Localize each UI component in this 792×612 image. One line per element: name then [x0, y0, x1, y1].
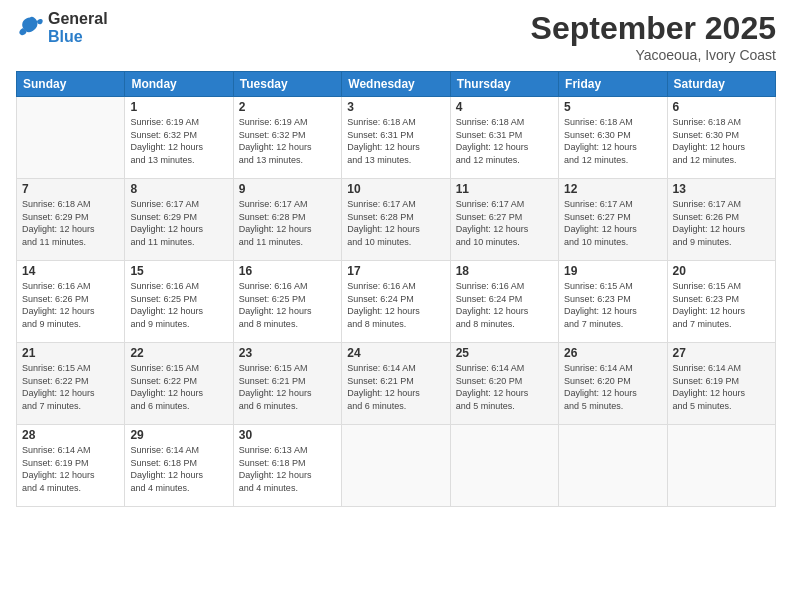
day-number: 18 [456, 264, 553, 278]
day-of-week-header: Friday [559, 72, 667, 97]
calendar-cell: 29Sunrise: 6:14 AMSunset: 6:18 PMDayligh… [125, 425, 233, 507]
day-info: Sunrise: 6:15 AMSunset: 6:22 PMDaylight:… [22, 362, 119, 412]
day-number: 14 [22, 264, 119, 278]
day-number: 17 [347, 264, 444, 278]
calendar-cell: 17Sunrise: 6:16 AMSunset: 6:24 PMDayligh… [342, 261, 450, 343]
day-of-week-header: Thursday [450, 72, 558, 97]
day-info: Sunrise: 6:18 AMSunset: 6:30 PMDaylight:… [564, 116, 661, 166]
day-number: 4 [456, 100, 553, 114]
calendar-cell: 24Sunrise: 6:14 AMSunset: 6:21 PMDayligh… [342, 343, 450, 425]
calendar-week-row: 28Sunrise: 6:14 AMSunset: 6:19 PMDayligh… [17, 425, 776, 507]
logo-general: General [48, 10, 108, 28]
calendar-cell: 13Sunrise: 6:17 AMSunset: 6:26 PMDayligh… [667, 179, 775, 261]
header: General Blue September 2025 Yacoeoua, Iv… [16, 10, 776, 63]
day-number: 26 [564, 346, 661, 360]
logo: General Blue [16, 10, 108, 45]
day-number: 23 [239, 346, 336, 360]
day-info: Sunrise: 6:16 AMSunset: 6:25 PMDaylight:… [130, 280, 227, 330]
day-info: Sunrise: 6:16 AMSunset: 6:24 PMDaylight:… [456, 280, 553, 330]
day-info: Sunrise: 6:18 AMSunset: 6:29 PMDaylight:… [22, 198, 119, 248]
calendar-cell: 25Sunrise: 6:14 AMSunset: 6:20 PMDayligh… [450, 343, 558, 425]
calendar-cell [450, 425, 558, 507]
day-info: Sunrise: 6:14 AMSunset: 6:20 PMDaylight:… [456, 362, 553, 412]
calendar-cell [17, 97, 125, 179]
day-info: Sunrise: 6:15 AMSunset: 6:22 PMDaylight:… [130, 362, 227, 412]
day-number: 20 [673, 264, 770, 278]
calendar-cell: 1Sunrise: 6:19 AMSunset: 6:32 PMDaylight… [125, 97, 233, 179]
calendar-cell: 23Sunrise: 6:15 AMSunset: 6:21 PMDayligh… [233, 343, 341, 425]
day-number: 30 [239, 428, 336, 442]
day-number: 24 [347, 346, 444, 360]
day-info: Sunrise: 6:18 AMSunset: 6:31 PMDaylight:… [347, 116, 444, 166]
calendar-cell: 16Sunrise: 6:16 AMSunset: 6:25 PMDayligh… [233, 261, 341, 343]
day-number: 1 [130, 100, 227, 114]
day-number: 22 [130, 346, 227, 360]
day-number: 19 [564, 264, 661, 278]
calendar-cell: 22Sunrise: 6:15 AMSunset: 6:22 PMDayligh… [125, 343, 233, 425]
day-number: 2 [239, 100, 336, 114]
day-number: 11 [456, 182, 553, 196]
day-number: 29 [130, 428, 227, 442]
title-block: September 2025 Yacoeoua, Ivory Coast [531, 10, 776, 63]
calendar-table: SundayMondayTuesdayWednesdayThursdayFrid… [16, 71, 776, 507]
calendar-cell: 7Sunrise: 6:18 AMSunset: 6:29 PMDaylight… [17, 179, 125, 261]
day-number: 15 [130, 264, 227, 278]
calendar-cell: 2Sunrise: 6:19 AMSunset: 6:32 PMDaylight… [233, 97, 341, 179]
calendar-cell: 6Sunrise: 6:18 AMSunset: 6:30 PMDaylight… [667, 97, 775, 179]
calendar-cell: 27Sunrise: 6:14 AMSunset: 6:19 PMDayligh… [667, 343, 775, 425]
day-info: Sunrise: 6:17 AMSunset: 6:26 PMDaylight:… [673, 198, 770, 248]
calendar-week-row: 21Sunrise: 6:15 AMSunset: 6:22 PMDayligh… [17, 343, 776, 425]
calendar-cell [667, 425, 775, 507]
day-number: 6 [673, 100, 770, 114]
day-info: Sunrise: 6:18 AMSunset: 6:31 PMDaylight:… [456, 116, 553, 166]
day-info: Sunrise: 6:16 AMSunset: 6:25 PMDaylight:… [239, 280, 336, 330]
day-info: Sunrise: 6:16 AMSunset: 6:24 PMDaylight:… [347, 280, 444, 330]
day-info: Sunrise: 6:14 AMSunset: 6:21 PMDaylight:… [347, 362, 444, 412]
calendar-cell: 18Sunrise: 6:16 AMSunset: 6:24 PMDayligh… [450, 261, 558, 343]
calendar-cell [559, 425, 667, 507]
calendar-cell: 5Sunrise: 6:18 AMSunset: 6:30 PMDaylight… [559, 97, 667, 179]
day-info: Sunrise: 6:14 AMSunset: 6:19 PMDaylight:… [673, 362, 770, 412]
day-info: Sunrise: 6:17 AMSunset: 6:27 PMDaylight:… [564, 198, 661, 248]
calendar-week-row: 1Sunrise: 6:19 AMSunset: 6:32 PMDaylight… [17, 97, 776, 179]
day-info: Sunrise: 6:17 AMSunset: 6:29 PMDaylight:… [130, 198, 227, 248]
calendar-cell [342, 425, 450, 507]
logo-blue: Blue [48, 28, 108, 46]
day-number: 8 [130, 182, 227, 196]
logo-text: General Blue [48, 10, 108, 45]
day-info: Sunrise: 6:17 AMSunset: 6:28 PMDaylight:… [239, 198, 336, 248]
day-number: 27 [673, 346, 770, 360]
day-number: 16 [239, 264, 336, 278]
calendar-cell: 19Sunrise: 6:15 AMSunset: 6:23 PMDayligh… [559, 261, 667, 343]
day-info: Sunrise: 6:16 AMSunset: 6:26 PMDaylight:… [22, 280, 119, 330]
day-number: 28 [22, 428, 119, 442]
day-number: 21 [22, 346, 119, 360]
day-info: Sunrise: 6:14 AMSunset: 6:18 PMDaylight:… [130, 444, 227, 494]
month-title: September 2025 [531, 10, 776, 47]
day-number: 9 [239, 182, 336, 196]
day-info: Sunrise: 6:19 AMSunset: 6:32 PMDaylight:… [239, 116, 336, 166]
calendar-cell: 11Sunrise: 6:17 AMSunset: 6:27 PMDayligh… [450, 179, 558, 261]
day-of-week-header: Sunday [17, 72, 125, 97]
calendar-cell: 15Sunrise: 6:16 AMSunset: 6:25 PMDayligh… [125, 261, 233, 343]
calendar-cell: 3Sunrise: 6:18 AMSunset: 6:31 PMDaylight… [342, 97, 450, 179]
day-info: Sunrise: 6:17 AMSunset: 6:28 PMDaylight:… [347, 198, 444, 248]
day-of-week-header: Tuesday [233, 72, 341, 97]
day-number: 12 [564, 182, 661, 196]
calendar-cell: 28Sunrise: 6:14 AMSunset: 6:19 PMDayligh… [17, 425, 125, 507]
day-info: Sunrise: 6:18 AMSunset: 6:30 PMDaylight:… [673, 116, 770, 166]
day-info: Sunrise: 6:13 AMSunset: 6:18 PMDaylight:… [239, 444, 336, 494]
calendar-cell: 8Sunrise: 6:17 AMSunset: 6:29 PMDaylight… [125, 179, 233, 261]
day-info: Sunrise: 6:15 AMSunset: 6:23 PMDaylight:… [564, 280, 661, 330]
calendar-week-row: 14Sunrise: 6:16 AMSunset: 6:26 PMDayligh… [17, 261, 776, 343]
calendar-cell: 9Sunrise: 6:17 AMSunset: 6:28 PMDaylight… [233, 179, 341, 261]
calendar-cell: 26Sunrise: 6:14 AMSunset: 6:20 PMDayligh… [559, 343, 667, 425]
calendar-cell: 30Sunrise: 6:13 AMSunset: 6:18 PMDayligh… [233, 425, 341, 507]
calendar-cell: 4Sunrise: 6:18 AMSunset: 6:31 PMDaylight… [450, 97, 558, 179]
calendar-cell: 12Sunrise: 6:17 AMSunset: 6:27 PMDayligh… [559, 179, 667, 261]
day-number: 5 [564, 100, 661, 114]
day-number: 25 [456, 346, 553, 360]
day-of-week-header: Monday [125, 72, 233, 97]
day-info: Sunrise: 6:17 AMSunset: 6:27 PMDaylight:… [456, 198, 553, 248]
calendar-cell: 14Sunrise: 6:16 AMSunset: 6:26 PMDayligh… [17, 261, 125, 343]
